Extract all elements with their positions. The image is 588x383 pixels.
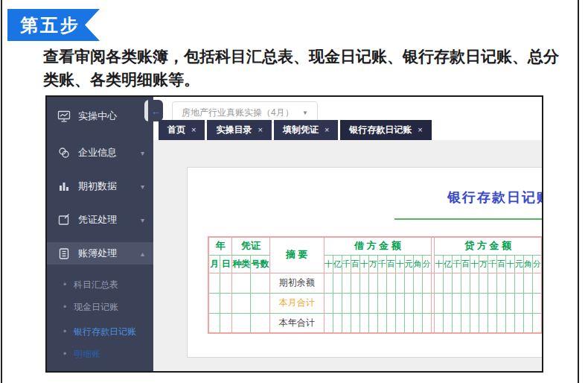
col-month: 月 [208, 255, 220, 273]
summary-cell-highlight: 本月合计 [269, 293, 324, 313]
close-icon[interactable]: × [325, 125, 329, 134]
sidebar-item-label: 实操中心 [78, 110, 117, 123]
tab-bar: 首页× 实操目录× 填制凭证× 银行存款日记账× [159, 120, 432, 140]
step-description: 查看审阅各类账簿，包括科目汇总表、现金日记账、银行存款日记账、总分类账、各类明细… [43, 45, 570, 91]
digit-col: 分 [422, 255, 431, 273]
digit-col: 十 [434, 255, 443, 273]
digit-col: 百 [386, 255, 395, 273]
sidebar-subitem-label: 科目汇总表 [74, 279, 118, 291]
summary-cell: 期初余额 [269, 273, 324, 293]
summary-cell: 本年合计 [269, 313, 324, 333]
table-row: 本月合计 [208, 293, 542, 313]
digit-col: 亿 [333, 255, 342, 273]
digit-col: 百 [496, 255, 505, 273]
tab-bank-journal[interactable]: 银行存款日记账× [340, 120, 431, 140]
tab-label: 实操目录 [216, 124, 252, 135]
digit-col: 十 [395, 255, 404, 273]
table-header-row-sub: 月 日 种类 号数 十 亿 千 百 十 万 千 百 十 [208, 255, 542, 273]
digit-col: 元 [514, 255, 523, 273]
bar-chart-icon [57, 180, 71, 193]
step-banner: 第五步 [7, 9, 100, 41]
tutorial-page: 第五步 查看审阅各类账簿，包括科目汇总表、现金日记账、银行存款日记账、总分类账、… [0, 0, 588, 383]
course-select-value: 房地产行业真账实操（4月） [182, 106, 294, 118]
sidebar-item-voucher-processing[interactable]: 凭证处理 ▾ [47, 209, 153, 231]
digit-col: 分 [532, 255, 542, 273]
digit-col: 千 [342, 255, 351, 273]
close-icon[interactable]: × [418, 125, 422, 134]
digit-col: 十 [359, 255, 368, 273]
content-area: 银行存款日记账 年 凭证 摘 要 [153, 140, 542, 371]
table-row: 本年合计 [208, 313, 542, 333]
sidebar-item-label: 企业信息 [78, 146, 117, 159]
bullet-icon: • [63, 302, 66, 312]
tab-label: 银行存款日记账 [349, 124, 412, 135]
digit-col: 角 [413, 255, 422, 273]
bullet-icon: • [63, 279, 66, 290]
col-voucher-type: 种类 [232, 255, 251, 273]
sidebar-item-practice-center[interactable]: 实操中心 [47, 103, 153, 130]
sidebar-subitem-detail-ledger[interactable]: • 明细账 [47, 345, 153, 363]
table-header-row-groups: 年 凭证 摘 要 借 方 金 额 贷 方 金 额 [208, 237, 542, 255]
bullet-icon: • [63, 349, 66, 359]
sidebar-subitem-label: 明细账 [74, 348, 100, 361]
sidebar-item-initial-data[interactable]: 期初数据 ▾ [47, 175, 153, 197]
digit-col: 千 [488, 255, 496, 273]
digit-col: 十 [505, 255, 514, 273]
col-credit-amount: 贷 方 金 额 [434, 237, 542, 255]
close-icon[interactable]: × [191, 125, 196, 134]
digit-col: 十 [324, 255, 333, 273]
sidebar-item-ledger-processing[interactable]: 账簿处理 ▴ [47, 242, 153, 265]
title-underline [394, 218, 543, 220]
sidebar-item-label: 账簿处理 [78, 247, 117, 260]
document-pencil-icon [57, 213, 71, 227]
document-title: 银行存款日记账 [447, 189, 543, 206]
chevron-down-icon: ▾ [141, 183, 144, 191]
page-right-border [578, 0, 579, 383]
sidebar-subitem-bank-journal[interactable]: • 银行存款日记账 [47, 323, 153, 341]
digit-col: 千 [452, 255, 461, 273]
chevron-down-icon: ▾ [141, 216, 144, 224]
sidebar-item-company-info[interactable]: 企业信息 ▾ [47, 142, 153, 164]
tab-label: 填制凭证 [283, 124, 319, 135]
sidebar-collapse-button[interactable]: ← [144, 100, 163, 121]
clipboard-icon [57, 247, 71, 260]
tab-label: 首页 [167, 124, 185, 135]
chevron-down-icon: ▾ [141, 149, 144, 157]
tab-practice-catalog[interactable]: 实操目录× [207, 120, 271, 140]
digit-col: 百 [461, 255, 470, 273]
sidebar-subitem-label: 银行存款日记账 [74, 326, 136, 338]
sidebar: 实操中心 企业信息 ▾ 期初数据 ▾ [47, 97, 153, 371]
page-left-border [1, 0, 2, 383]
document-card: 银行存款日记账 年 凭证 摘 要 [187, 167, 543, 358]
digit-col: 角 [523, 255, 532, 273]
col-summary: 摘 要 [269, 237, 324, 273]
table-row: 期初余额 [208, 273, 542, 293]
sidebar-item-label: 凭证处理 [78, 213, 117, 227]
sidebar-item-label: 期初数据 [78, 180, 117, 193]
digit-col: 亿 [443, 255, 452, 273]
digit-col: 千 [377, 255, 386, 273]
digit-col: 万 [479, 255, 488, 273]
tab-fill-voucher[interactable]: 填制凭证× [274, 120, 338, 140]
col-voucher-no: 号数 [251, 255, 269, 273]
sidebar-subitem-cash-journal[interactable]: • 现金日记账 [47, 298, 153, 316]
chevron-up-icon: ▴ [141, 250, 144, 258]
close-icon[interactable]: × [258, 125, 262, 134]
digit-col: 元 [404, 255, 413, 273]
col-voucher: 凭证 [232, 237, 269, 255]
sidebar-subitem-subject-summary[interactable]: • 科目汇总表 [47, 276, 153, 294]
digit-col: 万 [368, 255, 377, 273]
back-arrow-icon: ← [151, 105, 161, 116]
step-banner-label: 第五步 [7, 9, 100, 41]
company-circles-icon [57, 146, 71, 159]
col-day: 日 [220, 255, 232, 273]
digit-col: 百 [351, 255, 359, 273]
tab-home[interactable]: 首页× [159, 120, 205, 140]
presentation-board-icon [57, 110, 71, 123]
bullet-icon: • [63, 326, 66, 337]
app-screenshot: 实操中心 企业信息 ▾ 期初数据 ▾ [45, 95, 543, 373]
bank-journal-table: 年 凭证 摘 要 借 方 金 额 贷 方 金 额 月 日 种类 号数 [208, 236, 543, 334]
sidebar-subitem-label: 现金日记账 [74, 301, 118, 314]
select-caret-icon: ▼ [302, 109, 308, 115]
col-year: 年 [208, 237, 232, 255]
